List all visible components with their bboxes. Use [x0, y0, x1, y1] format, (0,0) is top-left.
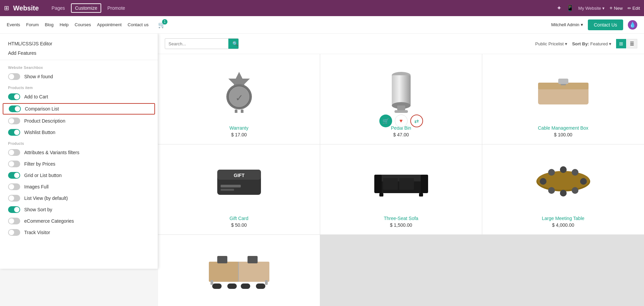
mobile-icon[interactable]: 📱	[566, 4, 574, 12]
product-card-sofa: Three-Seat Sofa $ 1,500.00	[320, 144, 482, 234]
search-input-wrap: 🔍	[165, 38, 239, 49]
filter-prices-toggle[interactable]	[8, 161, 20, 167]
svg-point-37	[548, 187, 555, 194]
product-grid: ✓ Warranty $ 17.00	[158, 54, 644, 306]
product-price-meeting-table: $ 4,000.00	[552, 222, 574, 228]
meeting-table-image-svg	[533, 163, 594, 200]
toggle-slider-images-full[interactable]	[8, 183, 20, 190]
product-image-sofa[interactable]	[327, 151, 475, 212]
svg-rect-48	[227, 283, 237, 289]
nav-events[interactable]: Events	[7, 22, 20, 27]
product-name-meeting-table[interactable]: Large Meeting Table	[542, 216, 584, 221]
wishlist-btn-pedal-bin[interactable]: ♥	[395, 115, 408, 127]
toggle-slider-track-visitor[interactable]	[8, 229, 20, 236]
images-full-toggle[interactable]	[8, 183, 20, 190]
panel-divider	[0, 60, 158, 60]
track-visitor-toggle[interactable]	[8, 229, 20, 236]
svg-rect-26	[383, 178, 398, 190]
attributes-item: Attributes & Variants filters	[0, 147, 158, 158]
html-editor-link[interactable]: HTML/CSS/JS Editor	[0, 39, 158, 48]
list-view-toggle[interactable]	[8, 195, 20, 202]
nav-appointment[interactable]: Appointment	[97, 22, 122, 27]
svg-rect-11	[397, 105, 405, 110]
admin-dropdown[interactable]: Mitchell Admin ▾	[551, 22, 583, 27]
svg-rect-47	[241, 283, 250, 289]
add-features-link[interactable]: Add Features	[0, 48, 158, 58]
toggle-slider-show-sort[interactable]	[8, 206, 20, 213]
svg-rect-25	[421, 175, 428, 193]
product-image-warranty[interactable]: ✓	[165, 61, 313, 121]
edit-button[interactable]: ✏ Edit	[628, 6, 640, 11]
cart-badge: 1	[162, 19, 167, 25]
customize-nav[interactable]: Customize	[71, 3, 101, 13]
ecommerce-item: eCommerce Categories	[0, 215, 158, 227]
new-button[interactable]: + New	[609, 5, 622, 11]
grid-view-button[interactable]: ⊞	[616, 39, 626, 48]
product-image-gift-card[interactable]: GIFT	[165, 151, 313, 212]
search-input[interactable]	[165, 39, 228, 48]
add-to-cart-toggle[interactable]	[8, 93, 20, 100]
ecommerce-label: eCommerce Categories	[24, 218, 74, 224]
toggle-slider-wishlist[interactable]	[8, 129, 20, 136]
top-bar-left: ⊞ Website Pages Customize Promote	[4, 3, 128, 13]
show-found-toggle[interactable]	[8, 73, 20, 80]
toggle-slider-add-cart[interactable]	[8, 93, 20, 100]
show-sort-toggle[interactable]	[8, 206, 20, 213]
toggle-slider-comparison[interactable]	[9, 105, 21, 112]
panel-scroll[interactable]: HTML/CSS/JS Editor Add Features Website …	[0, 39, 158, 238]
pricelist-dropdown[interactable]: Public Pricelist ▾	[535, 41, 568, 46]
product-desc-label: Product Description	[24, 118, 65, 124]
toggle-slider-product-desc[interactable]	[8, 118, 20, 124]
product-name-cable-box[interactable]: Cable Management Box	[538, 125, 588, 131]
svg-rect-12	[394, 110, 408, 113]
product-image-desk[interactable]	[165, 242, 313, 302]
svg-rect-46	[212, 283, 222, 289]
settings-icon[interactable]: ✦	[557, 4, 562, 12]
compare-btn-pedal-bin[interactable]: ⇄	[410, 115, 423, 127]
svg-rect-49	[256, 283, 265, 289]
toggle-slider-grid-list[interactable]	[8, 172, 20, 179]
nav-blog[interactable]: Blog	[45, 22, 53, 27]
product-desc-item: Product Description	[0, 115, 158, 127]
svg-rect-44	[217, 256, 227, 263]
product-card-gift-card: GIFT Gift Card $ 50.00	[158, 144, 320, 234]
product-card-warranty: ✓ Warranty $ 17.00	[158, 54, 320, 144]
cart-icon-wrap[interactable]: 🛒 1	[158, 21, 165, 29]
product-name-warranty[interactable]: Warranty	[229, 125, 248, 131]
grid-list-item: Grid or List button	[0, 170, 158, 181]
nav-courses[interactable]: Courses	[75, 22, 91, 27]
toggle-slider-attributes[interactable]	[8, 149, 20, 156]
list-view-button[interactable]: ☰	[627, 39, 637, 48]
my-website-dropdown[interactable]: My Website ▾	[578, 6, 605, 11]
product-desc-toggle[interactable]	[8, 118, 20, 124]
searchbox-section-label: Website Searchbox	[0, 62, 158, 71]
wishlist-toggle[interactable]	[8, 129, 20, 136]
ecommerce-toggle[interactable]	[8, 218, 20, 224]
grid-list-toggle[interactable]	[8, 172, 20, 179]
product-image-pedal-bin[interactable]	[327, 61, 475, 121]
chevron-down-icon: ▾	[581, 22, 583, 27]
product-image-meeting-table[interactable]	[489, 151, 637, 212]
toggle-slider-list-view[interactable]	[8, 195, 20, 202]
attributes-toggle[interactable]	[8, 149, 20, 156]
promote-nav[interactable]: Promote	[104, 4, 128, 12]
toggle-slider-filter-prices[interactable]	[8, 161, 20, 167]
product-name-gift-card[interactable]: Gift Card	[229, 216, 248, 221]
toggle-slider-ecommerce[interactable]	[8, 218, 20, 224]
chevron-down-icon: ▾	[565, 41, 567, 46]
add-to-cart-btn-pedal-bin[interactable]: 🛒	[379, 115, 392, 127]
toggle-slider-show-found[interactable]	[8, 73, 20, 80]
nav-help[interactable]: Help	[60, 22, 69, 27]
svg-rect-45	[248, 256, 258, 263]
site-nav: Events Forum Blog Help Courses Appointme…	[7, 21, 165, 29]
contact-us-button[interactable]: Contact Us	[588, 19, 623, 30]
search-button[interactable]: 🔍	[228, 39, 239, 49]
pages-nav[interactable]: Pages	[48, 4, 68, 12]
nav-forum[interactable]: Forum	[26, 22, 39, 27]
grid-menu-icon[interactable]: ⊞	[4, 4, 9, 12]
product-image-cable-box[interactable]	[489, 61, 637, 121]
nav-contact-us[interactable]: Contact us	[128, 22, 149, 27]
product-name-sofa[interactable]: Three-Seat Sofa	[384, 216, 418, 221]
comparison-list-toggle[interactable]	[9, 105, 21, 112]
sort-area: Public Pricelist ▾ Sort By: Featured ▾ ⊞…	[535, 39, 637, 48]
